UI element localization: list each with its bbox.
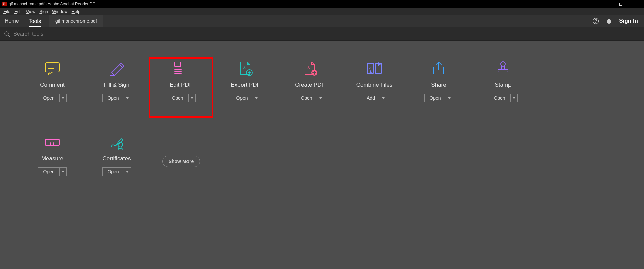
tool-label: Edit PDF xyxy=(170,82,193,88)
window-title: gif monochrome.pdf - Adobe Acrobat Reade… xyxy=(9,2,95,6)
show-more-button[interactable]: Show More xyxy=(162,156,200,167)
svg-point-8 xyxy=(5,32,8,35)
tool-label: Certificates xyxy=(102,155,131,162)
menu-sign[interactable]: Sign xyxy=(37,8,50,15)
tool-card-create: 人Create PDFOpen xyxy=(278,57,342,118)
nav-tools[interactable]: Tools xyxy=(24,15,46,27)
tool-fillsign-button[interactable]: Open xyxy=(102,94,131,102)
tool-share-button[interactable]: Open xyxy=(424,94,453,102)
tool-fillsign-button-dropdown[interactable] xyxy=(124,94,131,102)
tool-card-share: ShareOpen xyxy=(407,57,471,118)
menubar: File Edit View Sign Window Help xyxy=(0,8,644,15)
tool-editpdf-button[interactable]: Open xyxy=(167,94,195,102)
share-icon xyxy=(430,61,447,76)
tool-card-comment: CommentOpen xyxy=(20,57,85,118)
tools-panel: CommentOpenFill & SignOpenEdit PDFOpen人E… xyxy=(0,41,644,192)
tool-comment-button[interactable]: Open xyxy=(38,94,66,102)
close-button[interactable] xyxy=(629,0,644,8)
help-icon[interactable] xyxy=(592,17,599,25)
tool-card-fillsign: Fill & SignOpen xyxy=(85,57,149,118)
svg-rect-14 xyxy=(175,62,181,67)
tool-combine-button-dropdown[interactable] xyxy=(380,94,387,102)
tool-measure-button[interactable]: Open xyxy=(38,167,66,176)
tool-card-combine: 人Combine FilesAdd xyxy=(342,57,407,118)
tool-comment-button-dropdown[interactable] xyxy=(60,94,66,102)
window-controls xyxy=(598,0,644,8)
tool-label: Fill & Sign xyxy=(104,82,130,88)
tool-share-button-main[interactable]: Open xyxy=(425,94,446,102)
tool-label: Combine Files xyxy=(356,82,393,88)
svg-point-7 xyxy=(596,22,596,23)
tool-editpdf-button-dropdown[interactable] xyxy=(189,94,195,102)
combine-icon: 人 xyxy=(366,61,383,76)
tool-combine-button[interactable]: Add xyxy=(362,94,387,102)
tool-card-export: 人Export PDFOpen xyxy=(213,57,278,118)
tool-card-certs: CertificatesOpen xyxy=(85,131,149,192)
svg-text:人: 人 xyxy=(369,66,372,69)
svg-rect-25 xyxy=(498,69,508,72)
tool-label: Share xyxy=(431,82,446,88)
tool-export-button[interactable]: Open xyxy=(231,94,260,102)
document-tab[interactable]: gif monochrome.pdf xyxy=(49,15,103,27)
tool-export-button-main[interactable]: Open xyxy=(231,94,253,102)
tool-export-button-dropdown[interactable] xyxy=(253,94,260,102)
tool-create-button-main[interactable]: Open xyxy=(296,94,317,102)
tool-label: Export PDF xyxy=(231,82,260,88)
search-icon xyxy=(4,31,10,37)
comment-icon xyxy=(44,61,61,76)
nav-home-label: Home xyxy=(5,18,19,24)
sign-in-button[interactable]: Sign In xyxy=(619,18,638,24)
svg-point-24 xyxy=(501,62,505,66)
tool-stamp-button[interactable]: Open xyxy=(489,94,517,102)
svg-text:人: 人 xyxy=(243,66,246,69)
svg-rect-10 xyxy=(45,63,59,72)
tool-card-measure: MeasureOpen xyxy=(20,131,85,192)
svg-text:人: 人 xyxy=(307,66,310,69)
tool-label: Stamp xyxy=(495,82,511,88)
tool-card-editpdf: Edit PDFOpen xyxy=(149,57,213,118)
tool-stamp-button-main[interactable]: Open xyxy=(489,94,510,102)
export-icon: 人 xyxy=(237,61,254,76)
notifications-icon[interactable] xyxy=(605,17,613,25)
stamp-icon xyxy=(495,61,512,76)
tool-label: Measure xyxy=(41,155,63,162)
certs-icon xyxy=(108,134,125,150)
measure-icon xyxy=(44,134,61,150)
menu-edit[interactable]: Edit xyxy=(12,8,24,15)
minimize-button[interactable] xyxy=(598,0,613,8)
app-icon xyxy=(2,2,7,6)
tool-certs-button-main[interactable]: Open xyxy=(103,168,124,176)
tool-certs-button-dropdown[interactable] xyxy=(124,168,131,176)
svg-rect-1 xyxy=(604,4,607,4)
menu-window[interactable]: Window xyxy=(50,8,69,15)
tool-comment-button-main[interactable]: Open xyxy=(38,94,59,102)
maximize-button[interactable] xyxy=(613,0,629,8)
tool-fillsign-button-main[interactable]: Open xyxy=(103,94,124,102)
tool-label: Comment xyxy=(40,82,65,88)
show-more-cell: Show More xyxy=(149,131,213,192)
tool-card-stamp: StampOpen xyxy=(471,57,535,118)
nav-tools-label: Tools xyxy=(29,18,41,27)
tool-combine-button-main[interactable]: Add xyxy=(362,94,380,102)
tool-create-button[interactable]: Open xyxy=(296,94,324,102)
svg-rect-27 xyxy=(45,139,59,145)
document-tab-label: gif monochrome.pdf xyxy=(55,18,97,24)
create-icon: 人 xyxy=(302,61,318,76)
tool-label: Create PDF xyxy=(295,82,325,88)
search-input[interactable] xyxy=(13,31,147,37)
tabbar: Home Tools gif monochrome.pdf Sign In xyxy=(0,15,644,27)
menu-view[interactable]: View xyxy=(24,8,37,15)
nav-home[interactable]: Home xyxy=(0,15,24,27)
tool-stamp-button-dropdown[interactable] xyxy=(511,94,517,102)
tool-measure-button-dropdown[interactable] xyxy=(60,168,66,176)
svg-line-9 xyxy=(8,35,10,37)
tool-measure-button-main[interactable]: Open xyxy=(38,168,59,176)
menu-help[interactable]: Help xyxy=(70,8,83,15)
tool-share-button-dropdown[interactable] xyxy=(446,94,453,102)
tool-certs-button[interactable]: Open xyxy=(102,167,131,176)
tool-create-button-dropdown[interactable] xyxy=(317,94,324,102)
menu-file[interactable]: File xyxy=(1,8,12,15)
tool-editpdf-button-main[interactable]: Open xyxy=(167,94,188,102)
titlebar: gif monochrome.pdf - Adobe Acrobat Reade… xyxy=(0,0,644,8)
fillsign-icon xyxy=(108,61,125,76)
